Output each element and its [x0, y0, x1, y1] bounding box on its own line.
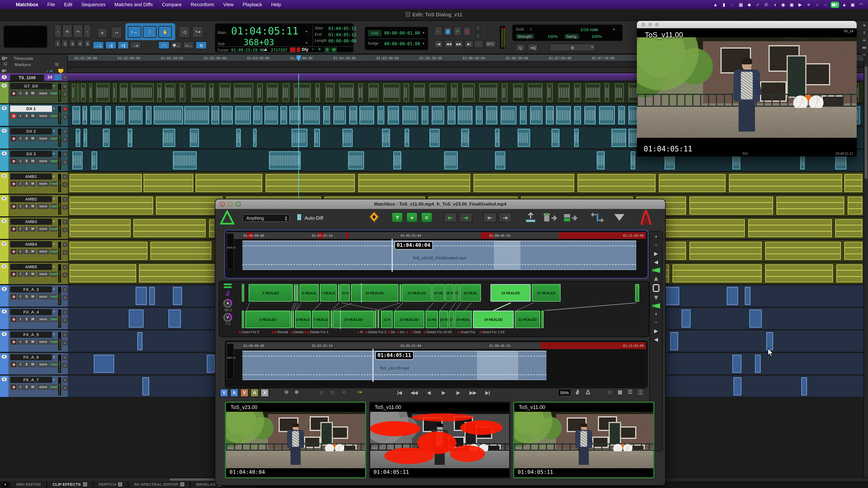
scrub-tool-button[interactable]: ◁) — [179, 26, 190, 38]
grabber-tool-button[interactable]: ✋ — [158, 26, 172, 38]
thumbnail-reference[interactable]: ToS_v23.0001:04:40:04 — [225, 401, 366, 478]
audio-clip[interactable] — [72, 84, 75, 102]
audio-clip[interactable] — [599, 106, 615, 124]
audio-clip[interactable] — [631, 151, 635, 169]
ref-timeline-track[interactable]: ToS_v23.00_FinalGraded.mp401:04:40:04 — [227, 239, 646, 276]
audio-clip[interactable] — [69, 174, 142, 192]
audio-clip[interactable] — [518, 129, 530, 147]
track-comments-icon[interactable] — [63, 318, 67, 323]
audio-clip[interactable] — [90, 106, 102, 124]
audio-clip[interactable] — [414, 84, 425, 102]
trim-tool-button[interactable]: ⊦↔ — [128, 26, 141, 38]
track-name-fx-a-6[interactable]: FX_A_6 — [10, 354, 52, 360]
autodiff-checkbox[interactable] — [297, 214, 302, 221]
healed-clip[interactable] — [296, 284, 297, 302]
audio-clip[interactable] — [513, 84, 523, 102]
mute-button[interactable]: M — [30, 339, 36, 345]
track-collapse[interactable]: ▾ — [2, 219, 7, 223]
track-collapse[interactable]: ▾ — [2, 197, 7, 200]
track-view-selector[interactable]: wave — [37, 317, 49, 322]
timebase-icon[interactable] — [290, 47, 296, 52]
healed-clip-19-healed[interactable]: 19 HEALED — [491, 284, 531, 302]
audio-clip[interactable] — [168, 310, 181, 328]
marker-follows-button[interactable]: ⛊→ — [170, 41, 182, 49]
audio-clip[interactable] — [402, 106, 418, 124]
gridmusic-value[interactable]: 1/16 note — [580, 27, 598, 32]
audio-clip[interactable] — [116, 106, 125, 124]
timeline-control-−[interactable]: − — [652, 242, 661, 249]
audio-clip[interactable] — [69, 264, 136, 283]
selector-tool-button[interactable]: ⌶ — [143, 26, 157, 38]
track-comments-icon[interactable] — [63, 273, 67, 277]
healed-clip-21-healed[interactable]: 21 HEALED — [515, 311, 540, 328]
edit-window-title[interactable]: Edit: ToS Dialog_v11 — [0, 9, 868, 21]
track-view-selector[interactable]: wave — [37, 91, 49, 96]
input-monitor-button[interactable]: I — [18, 91, 23, 96]
timeline-control-▶[interactable]: ▶ — [652, 250, 661, 257]
status-icon[interactable]: ◆ — [746, 2, 753, 7]
automation-mode-button[interactable]: read — [50, 249, 57, 254]
healed-clip-6-heale[interactable]: 6 HEALE — [295, 311, 311, 328]
status-icon[interactable]: ▣ — [788, 2, 795, 7]
healed-clip[interactable] — [338, 284, 340, 302]
audio-clip[interactable] — [486, 106, 497, 124]
healed-clip-21-healed[interactable]: 21 HEALED — [532, 284, 561, 302]
track-collapse[interactable]: ▾ — [2, 106, 7, 110]
audio-clip[interactable] — [253, 106, 262, 124]
input-monitor-button[interactable]: I — [18, 249, 23, 254]
track-comments-icon[interactable] — [63, 160, 67, 164]
track-comments-icon[interactable] — [63, 386, 67, 390]
audio-clip[interactable] — [461, 129, 469, 147]
audio-clip[interactable] — [615, 84, 624, 102]
status-icon[interactable]: ◌ — [822, 2, 829, 7]
track-comments-icon[interactable] — [63, 295, 67, 300]
quantize-button[interactable]: Q — [516, 43, 526, 52]
filmstrip-icon[interactable]: ▦ — [618, 389, 623, 395]
audio-clip[interactable] — [180, 84, 185, 102]
healed-clip[interactable] — [541, 311, 544, 328]
solo-button[interactable]: S — [24, 294, 29, 299]
record-enable-button[interactable] — [11, 91, 17, 96]
nudge-label[interactable]: Nudge — [368, 41, 379, 45]
delete-conform-icon[interactable] — [543, 213, 558, 223]
mute-button[interactable]: M — [30, 91, 36, 96]
link-timeline-button[interactable]: ⟋⟍ — [158, 41, 169, 49]
input-monitor-button[interactable]: I — [18, 227, 23, 232]
track-name-fx-a-7[interactable]: FX_A_7 — [10, 377, 52, 383]
tab-transient-button[interactable]: →⊥ — [93, 41, 104, 49]
audio-clip[interactable] — [333, 106, 346, 124]
track-output-icon[interactable] — [63, 288, 67, 292]
layer-toggle-X4[interactable]: X — [260, 389, 269, 397]
marker-view-icon[interactable] — [54, 62, 59, 67]
audio-clip[interactable] — [326, 84, 335, 102]
zoom-preset-4[interactable]: 4 — [77, 39, 84, 47]
settings-button[interactable]: ⚙ — [549, 43, 596, 52]
audio-clip[interactable] — [528, 84, 542, 102]
audio-clip[interactable] — [447, 106, 456, 124]
hand-icon[interactable]: ✑ — [358, 389, 363, 395]
diff-marker-delete-for-20-05[interactable]: ◆Delete For 20:05 — [423, 330, 452, 334]
layers-icon[interactable]: ⧉ — [331, 390, 334, 396]
healed-clip[interactable] — [293, 311, 294, 328]
healed-clip-7-heale[interactable]: 7 HEALE — [320, 284, 337, 302]
audio-clip[interactable] — [729, 174, 842, 192]
timeline-control-◀[interactable]: ◀ — [652, 336, 661, 343]
reference-playhead[interactable] — [392, 239, 393, 272]
maximize-icon[interactable] — [655, 23, 659, 27]
audio-clip[interactable] — [133, 219, 206, 237]
audio-clip[interactable] — [144, 174, 193, 192]
track-collapse[interactable]: ▾ — [2, 151, 7, 155]
thumbnail-difference[interactable]: ToS_v11.0001:04:05:11 — [369, 401, 510, 478]
prev-diff-button[interactable]: ⇤ — [483, 213, 497, 223]
input-monitor-button[interactable]: I — [18, 136, 23, 141]
track-view-selector[interactable]: wave — [37, 362, 49, 367]
audio-clip[interactable] — [546, 106, 554, 124]
audio-clip[interactable] — [129, 310, 144, 328]
audio-clip[interactable] — [476, 106, 483, 124]
audio-clip[interactable] — [776, 197, 844, 215]
audio-clip[interactable] — [682, 310, 690, 328]
transport-wait-button[interactable]: ◖ — [434, 27, 442, 36]
track-output-icon[interactable] — [63, 84, 67, 89]
audio-clip[interactable] — [360, 106, 374, 124]
mute-button[interactable]: M — [30, 272, 36, 277]
